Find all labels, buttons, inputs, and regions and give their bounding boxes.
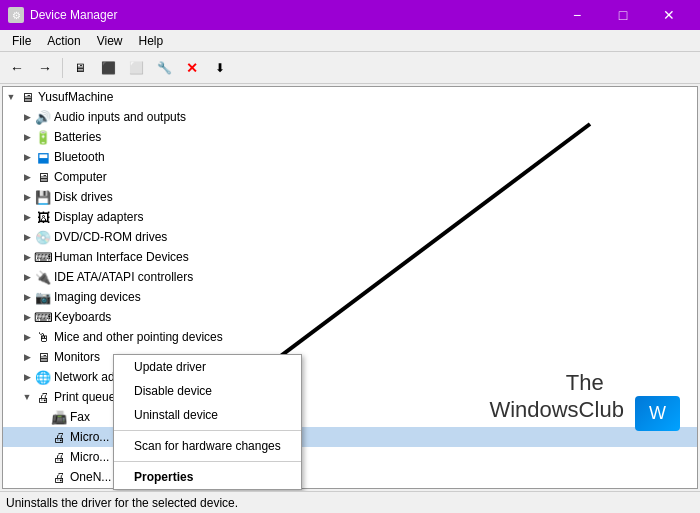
tree-item-imaging[interactable]: ▶ 📷 Imaging devices (3, 287, 697, 307)
print-label: Print queues (54, 390, 121, 404)
ide-icon: 🔌 (35, 269, 51, 285)
scan-toolbar-button[interactable]: ⬇ (207, 56, 233, 80)
onem-expander (35, 469, 51, 485)
monitors-icon: 🖥 (35, 349, 51, 365)
context-menu-uninstall[interactable]: Uninstall device (114, 403, 301, 427)
diskdrives-label: Disk drives (54, 190, 113, 204)
maximize-button[interactable]: □ (600, 0, 646, 30)
minimize-button[interactable]: − (554, 0, 600, 30)
dvd-expander[interactable]: ▶ (19, 229, 35, 245)
context-menu-sep2 (114, 461, 301, 462)
monitors-expander[interactable]: ▶ (19, 349, 35, 365)
context-menu-sep1 (114, 430, 301, 431)
tree-item-onem[interactable]: 🖨 OneN... (3, 467, 697, 487)
menu-file[interactable]: File (4, 32, 39, 50)
audio-expander[interactable]: ▶ (19, 109, 35, 125)
tree-item-keyboards[interactable]: ▶ ⌨ Keyboards (3, 307, 697, 327)
display-expander[interactable]: ▶ (19, 209, 35, 225)
title-bar: ⚙ Device Manager − □ ✕ (0, 0, 700, 30)
dvd-icon: 💿 (35, 229, 51, 245)
micro1-icon: 🖨 (51, 429, 67, 445)
tree-root[interactable]: ▼ 🖥 YusufMachine (3, 87, 697, 107)
forward-button[interactable]: → (32, 56, 58, 80)
tree-item-bluetooth[interactable]: ▶ ⬓ Bluetooth (3, 147, 697, 167)
tree-item-root[interactable]: 🖨 Root... (3, 487, 697, 489)
tree-item-batteries[interactable]: ▶ 🔋 Batteries (3, 127, 697, 147)
properties-toolbar-button[interactable]: 🔧 (151, 56, 177, 80)
window-title: Device Manager (30, 8, 117, 22)
tree-item-micro2[interactable]: 🖨 Micro... (3, 447, 697, 467)
micro2-expander (35, 449, 51, 465)
batteries-expander[interactable]: ▶ (19, 129, 35, 145)
computer-expander[interactable]: ▶ (19, 169, 35, 185)
audio-icon: 🔊 (35, 109, 51, 125)
network-expander[interactable]: ▶ (19, 369, 35, 385)
context-menu-update[interactable]: Update driver (114, 355, 301, 379)
print-icon: 🖨 (35, 389, 51, 405)
mice-label: Mice and other pointing devices (54, 330, 223, 344)
onem-icon: 🖨 (51, 469, 67, 485)
back-button[interactable]: ← (4, 56, 30, 80)
bluetooth-expander[interactable]: ▶ (19, 149, 35, 165)
ide-expander[interactable]: ▶ (19, 269, 35, 285)
tree-item-monitors[interactable]: ▶ 🖥 Monitors (3, 347, 697, 367)
keyboards-icon: ⌨ (35, 309, 51, 325)
toolbar-btn3[interactable]: ⬜ (123, 56, 149, 80)
fax-expander (35, 409, 51, 425)
mice-expander[interactable]: ▶ (19, 329, 35, 345)
tree-item-hid[interactable]: ▶ ⌨ Human Interface Devices (3, 247, 697, 267)
device-manager-button[interactable]: 🖥 (67, 56, 93, 80)
device-tree[interactable]: ▼ 🖥 YusufMachine ▶ 🔊 Audio inputs and ou… (2, 86, 698, 489)
tree-item-dvd[interactable]: ▶ 💿 DVD/CD-ROM drives (3, 227, 697, 247)
print-expander[interactable]: ▼ (19, 389, 35, 405)
audio-label: Audio inputs and outputs (54, 110, 186, 124)
tree-item-diskdrives[interactable]: ▶ 💾 Disk drives (3, 187, 697, 207)
context-menu: Update driver Disable device Uninstall d… (113, 354, 302, 490)
tree-item-fax[interactable]: 📠 Fax (3, 407, 697, 427)
status-bar: Uninstalls the driver for the selected d… (0, 491, 700, 513)
micro1-expander (35, 429, 51, 445)
batteries-icon: 🔋 (35, 129, 51, 145)
menu-action[interactable]: Action (39, 32, 88, 50)
diskdrives-expander[interactable]: ▶ (19, 189, 35, 205)
computer-node-icon: 🖥 (35, 169, 51, 185)
context-menu-disable[interactable]: Disable device (114, 379, 301, 403)
computer-icon: 🖥 (19, 89, 35, 105)
fax-icon: 📠 (51, 409, 67, 425)
imaging-label: Imaging devices (54, 290, 141, 304)
status-text: Uninstalls the driver for the selected d… (6, 496, 238, 510)
onem-label: OneN... (70, 470, 111, 484)
context-menu-scan[interactable]: Scan for hardware changes (114, 434, 301, 458)
tree-item-network[interactable]: ▶ 🌐 Network adapters (3, 367, 697, 387)
tree-item-mice[interactable]: ▶ 🖱 Mice and other pointing devices (3, 327, 697, 347)
toolbar-btn2[interactable]: ⬛ (95, 56, 121, 80)
micro1-label: Micro... (70, 430, 109, 444)
dvd-label: DVD/CD-ROM drives (54, 230, 167, 244)
root-expander[interactable]: ▼ (3, 89, 19, 105)
tree-item-ide[interactable]: ▶ 🔌 IDE ATA/ATAPI controllers (3, 267, 697, 287)
tree-item-computer[interactable]: ▶ 🖥 Computer (3, 167, 697, 187)
menu-view[interactable]: View (89, 32, 131, 50)
monitors-label: Monitors (54, 350, 100, 364)
close-button[interactable]: ✕ (646, 0, 692, 30)
ide-label: IDE ATA/ATAPI controllers (54, 270, 193, 284)
tree-item-micro1[interactable]: 🖨 Micro... (3, 427, 697, 447)
menu-help[interactable]: Help (131, 32, 172, 50)
menu-bar: File Action View Help (0, 30, 700, 52)
tree-item-audio[interactable]: ▶ 🔊 Audio inputs and outputs (3, 107, 697, 127)
hid-label: Human Interface Devices (54, 250, 189, 264)
mice-icon: 🖱 (35, 329, 51, 345)
fax-label: Fax (70, 410, 90, 424)
diskdrives-icon: 💾 (35, 189, 51, 205)
batteries-label: Batteries (54, 130, 101, 144)
computer-label: Computer (54, 170, 107, 184)
context-menu-properties[interactable]: Properties (114, 465, 301, 489)
micro2-label: Micro... (70, 450, 109, 464)
display-label: Display adapters (54, 210, 143, 224)
imaging-expander[interactable]: ▶ (19, 289, 35, 305)
tree-item-display[interactable]: ▶ 🖼 Display adapters (3, 207, 697, 227)
root-label: YusufMachine (38, 90, 113, 104)
uninstall-toolbar-button[interactable]: ✕ (179, 56, 205, 80)
window-controls: − □ ✕ (554, 0, 692, 30)
tree-item-print[interactable]: ▼ 🖨 Print queues (3, 387, 697, 407)
